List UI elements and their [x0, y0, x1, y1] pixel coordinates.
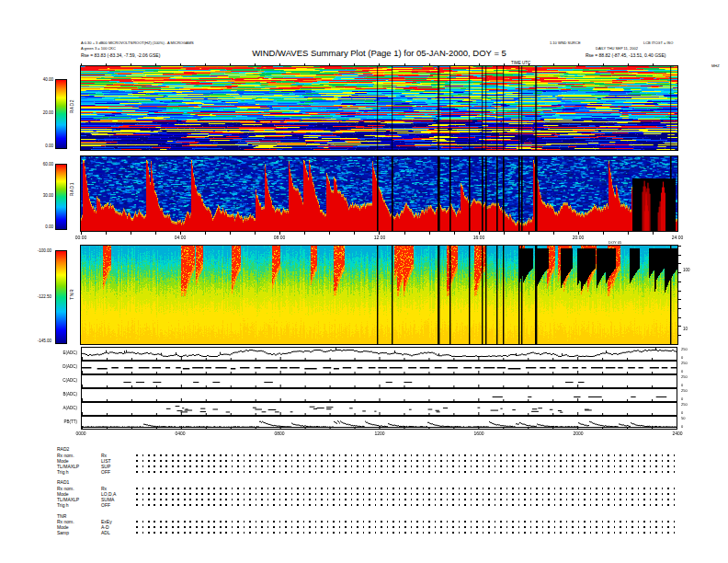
time-label-upper-2: 08:00 [274, 236, 286, 241]
config-row: Trig hOFF [57, 469, 678, 475]
time-label-lower-0: 0000 [75, 431, 85, 437]
time-label-lower-2: 0800 [274, 431, 284, 437]
header-left-line-1: A:0.30 + 3 dB00 MICROVOLTS/ROOT(HZ) (100… [81, 41, 194, 45]
config-label: Samp [57, 530, 101, 535]
config-value: SUMA [101, 497, 134, 502]
time-label-lower-4: 1600 [473, 431, 483, 437]
leader-dots [136, 471, 677, 473]
config-row: SampADL [57, 530, 678, 535]
time-label-upper-3: 12:00 [374, 236, 386, 241]
leader-dots [136, 488, 677, 489]
strip-label-b: B(ADC) [35, 392, 77, 396]
leader-dots [136, 499, 677, 500]
config-label: Mode [57, 524, 101, 530]
config-row: Trig hOFF [57, 502, 678, 508]
config-group-rad2: RAD2 Rx nom.Rx ModeLIST TL/MAXLPSUP Trig… [57, 446, 678, 475]
config-footer: RAD2 Rx nom.Rx ModeLIST TL/MAXLPSUP Trig… [57, 446, 678, 541]
strip-panel-e [81, 347, 677, 361]
doy-label: DOY 05 [609, 241, 621, 245]
header-right-config: LCB ITCGT = ISO [643, 41, 673, 45]
leader-dots [136, 521, 677, 523]
strip-pb-ymax: 50 [681, 417, 685, 420]
time-label-lower-1: 0400 [175, 431, 185, 437]
leader-dots [136, 454, 677, 456]
strip-b-ymin: 0 [681, 397, 683, 401]
tnr-cb-mid: -122.50 [24, 294, 51, 299]
strip-panel-pb [81, 416, 677, 430]
config-value: LIST [101, 458, 134, 464]
strip-a-ymin: 0 [681, 411, 683, 415]
config-value: ExEy [101, 519, 134, 524]
strip-a-ymax: 250 [681, 403, 688, 407]
config-value: A-D [101, 524, 134, 530]
tnr-colorbar [55, 250, 67, 344]
tnr-axis-title: TNR [69, 289, 74, 300]
config-group-rad1: RAD1 Rx nom.Rx ModeLO,D,A TL/MAXLPSUMA T… [57, 479, 678, 508]
strip-panel-c [81, 374, 677, 388]
leader-dots [136, 465, 677, 467]
strip-d-ymax: 250 [681, 362, 688, 365]
time-label-upper-6: 24:00 [672, 236, 684, 241]
config-group-tnr: TNR Rx nom.ExEy ModeA-D SampADL [57, 513, 678, 536]
config-label: Mode [57, 491, 101, 497]
strip-c-ymin: 0 [681, 384, 683, 387]
rad1-cb-min: 0.00 [26, 224, 53, 229]
strip-panel-d [81, 361, 677, 374]
time-label-lower-6: 2400 [672, 431, 682, 437]
rad2-spectrogram [81, 66, 677, 150]
config-label: Mode [57, 458, 101, 464]
time-label-upper-5: 20:00 [573, 236, 585, 241]
config-label: Rx nom. [57, 453, 101, 458]
tnr-cb-min: -145.00 [24, 339, 51, 343]
config-value: Rx [101, 453, 134, 458]
rad1-cb-max: 60.00 [26, 162, 53, 167]
time-label-lower-5: 2000 [573, 431, 583, 437]
rad2-cb-min: 0.00 [26, 144, 53, 148]
config-label: TL/MAXLP [57, 464, 101, 469]
leader-dots [136, 526, 677, 528]
config-value: OFF [101, 469, 134, 475]
rad1-spectrogram [81, 156, 677, 231]
strip-d-ymin: 0 [681, 370, 683, 373]
rad1-cb-mid: 30.00 [26, 193, 53, 198]
strip-e-ymin: 0 [681, 356, 683, 360]
header-right-date: DAILY THU SEP 11, 2002 [596, 47, 638, 51]
config-value: Rx [101, 486, 134, 491]
strip-label-e: E(ADC) [35, 350, 77, 355]
header-right-position: Rse = 88.82 (-87.45, -13.51, 0.40 GSE) [586, 53, 665, 59]
strip-e-ymax: 250 [681, 348, 688, 351]
leader-dots [136, 504, 677, 506]
strip-label-c: C(ADC) [35, 378, 77, 383]
config-label: Rx nom. [57, 519, 101, 524]
config-label: TL/MAXLP [57, 497, 101, 502]
waves-summary-plot-page: A:0.30 + 3 dB00 MICROVOLTS/ROOT(HZ) (100… [0, 0, 728, 563]
config-label: Trig h [57, 469, 101, 475]
strip-label-d: D(ADC) [35, 364, 77, 369]
mhz-unit-label: MHZ [711, 64, 720, 68]
tnr-right-tick-row [678, 246, 681, 344]
time-label-upper-1: 04:00 [175, 236, 187, 241]
rad2-cb-max: 40.00 [26, 77, 53, 82]
header-right-version: 1.10 WND SURCE [550, 41, 581, 45]
leader-dots [136, 493, 677, 495]
strip-panel-a [81, 402, 677, 416]
tnr-right-tick-10: 10 [683, 327, 688, 331]
strip-pb-ymin: 0 [681, 425, 683, 429]
config-value: SUP [101, 464, 134, 469]
rad1-colorbar [55, 164, 67, 230]
config-value: ADL [101, 530, 134, 535]
rad2-cb-mid: 20.00 [26, 110, 53, 115]
config-value: OFF [101, 502, 134, 508]
tnr-right-tick-100: 100 [683, 268, 690, 272]
config-label: Trig h [57, 502, 101, 508]
strip-label-a: A(ADC) [35, 406, 77, 410]
config-value: LO,D,A [101, 491, 134, 497]
time-label-upper-4: 16:00 [473, 236, 485, 241]
strip-panel-b [81, 388, 677, 402]
time-label-upper-0: 00:00 [75, 236, 87, 241]
leader-dots [136, 532, 677, 534]
tnr-spectrogram [81, 246, 677, 344]
strip-label-pb: PB(TT) [35, 419, 77, 424]
strip-c-ymax: 250 [681, 375, 688, 379]
tnr-cb-max: -100.00 [24, 248, 51, 253]
